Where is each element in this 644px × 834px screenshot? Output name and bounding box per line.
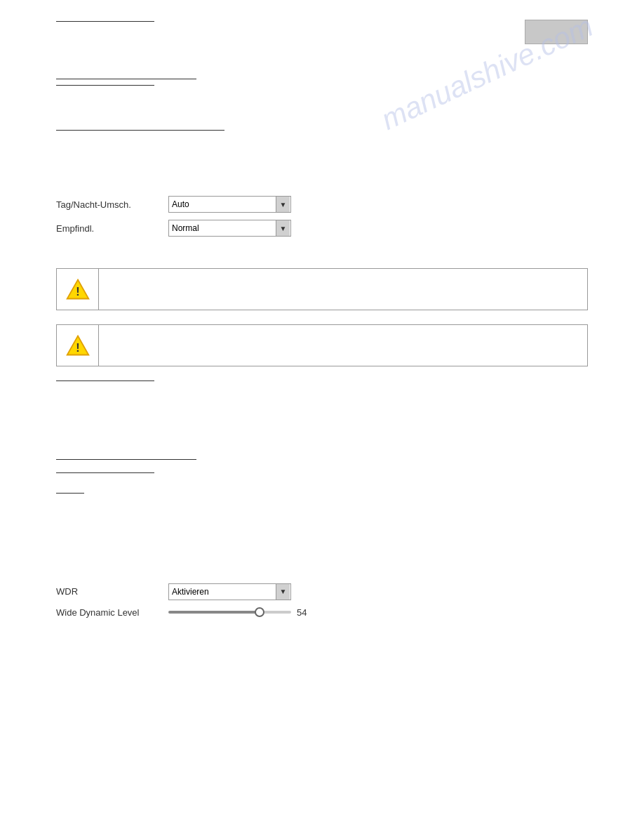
post-alert-text-1 [56, 394, 588, 407]
content-line-2 [56, 85, 154, 86]
alert-box-1: ! [56, 268, 588, 310]
post-alert-line-3 [56, 472, 154, 473]
content-line-3 [56, 130, 224, 131]
alert-icon-cell-1: ! [57, 269, 99, 310]
wdr-label: WDR [56, 586, 168, 597]
day-night-select[interactable]: Auto Tag Nacht Extern [168, 196, 291, 213]
alert-icon-cell-2: ! [57, 325, 99, 366]
content-area-1 [56, 54, 588, 185]
content-line-1 [56, 79, 196, 79]
svg-text:!: ! [76, 341, 79, 354]
warning-icon-1: ! [65, 277, 90, 302]
wdr-level-slider-thumb[interactable] [255, 607, 264, 617]
content-area-2 [56, 380, 588, 573]
day-night-label: Tag/Nacht-Umsch. [56, 199, 168, 210]
post-alert-text-3 [56, 428, 588, 441]
wdr-level-slider-container: 54 [168, 607, 314, 618]
wdr-level-value: 54 [297, 607, 314, 618]
section-underline-1 [56, 21, 154, 22]
alert-box-2: ! [56, 324, 588, 366]
day-night-row: Tag/Nacht-Umsch. Auto Tag Nacht Extern ▼ [56, 196, 588, 213]
alert-content-1 [99, 269, 587, 310]
alert-content-2 [99, 325, 587, 366]
sensitivity-label: Empfindl. [56, 223, 168, 234]
section-block-1 [56, 21, 588, 41]
wdr-level-row: Wide Dynamic Level 54 [56, 607, 588, 618]
post-alert-line-4 [56, 493, 84, 494]
post-alert-line-2 [56, 459, 196, 460]
wdr-level-label: Wide Dynamic Level [56, 607, 168, 618]
wdr-select-wrapper[interactable]: Aktivieren Deaktivieren ▼ [168, 583, 291, 600]
warning-icon-2: ! [65, 333, 90, 358]
sensitivity-select[interactable]: Normal Niedrig Hoch [168, 220, 291, 237]
wdr-row: WDR Aktivieren Deaktivieren ▼ [56, 583, 588, 600]
post-alert-line-1 [56, 380, 154, 381]
day-night-select-wrapper[interactable]: Auto Tag Nacht Extern ▼ [168, 196, 291, 213]
sensitivity-row: Empfindl. Normal Niedrig Hoch ▼ [56, 220, 588, 237]
post-alert-text-2 [56, 411, 588, 424]
top-right-box [525, 20, 588, 44]
wdr-select[interactable]: Aktivieren Deaktivieren [168, 583, 291, 600]
svg-text:!: ! [76, 285, 79, 298]
sensitivity-select-wrapper[interactable]: Normal Niedrig Hoch ▼ [168, 220, 291, 237]
wdr-level-slider-track[interactable] [168, 611, 291, 614]
